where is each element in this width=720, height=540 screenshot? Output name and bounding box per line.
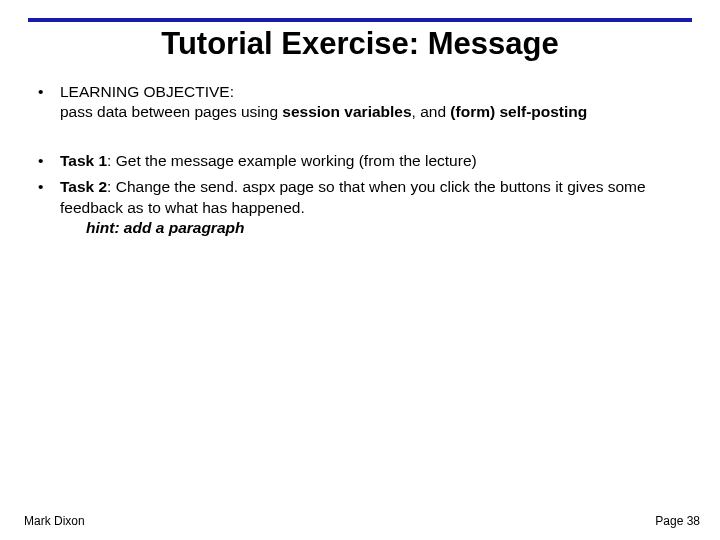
objective-bullet: • LEARNING OBJECTIVE: pass data between … (36, 82, 684, 123)
title-divider: Tutorial Exercise: Message (28, 18, 692, 82)
objective-label: LEARNING OBJECTIVE: (60, 83, 234, 100)
task1-label: Task 1 (60, 152, 107, 169)
task2-hint: hint: add a paragraph (60, 218, 684, 238)
objective-bold2: (form) self-posting (450, 103, 587, 120)
task2-bullet: • Task 2: Change the send. aspx page so … (36, 177, 684, 238)
slide-content: • LEARNING OBJECTIVE: pass data between … (0, 82, 720, 239)
footer-page: Page 38 (655, 514, 700, 528)
footer-author: Mark Dixon (24, 514, 85, 528)
objective-bold1: session variables (282, 103, 411, 120)
objective-text: LEARNING OBJECTIVE: pass data between pa… (60, 82, 684, 123)
bullet-icon: • (36, 151, 60, 171)
bullet-icon: • (36, 82, 60, 123)
task1-text: Task 1: Get the message example working … (60, 151, 684, 171)
bullet-icon: • (36, 177, 60, 238)
task1-body: : Get the message example working (from … (107, 152, 477, 169)
objective-mid: , and (412, 103, 451, 120)
task2-label: Task 2 (60, 178, 107, 195)
task1-bullet: • Task 1: Get the message example workin… (36, 151, 684, 171)
task2-text: Task 2: Change the send. aspx page so th… (60, 177, 684, 238)
objective-prefix: pass data between pages using (60, 103, 282, 120)
task2-body: : Change the send. aspx page so that whe… (60, 178, 646, 215)
slide-title: Tutorial Exercise: Message (28, 24, 692, 82)
slide-footer: Mark Dixon Page 38 (0, 514, 720, 528)
